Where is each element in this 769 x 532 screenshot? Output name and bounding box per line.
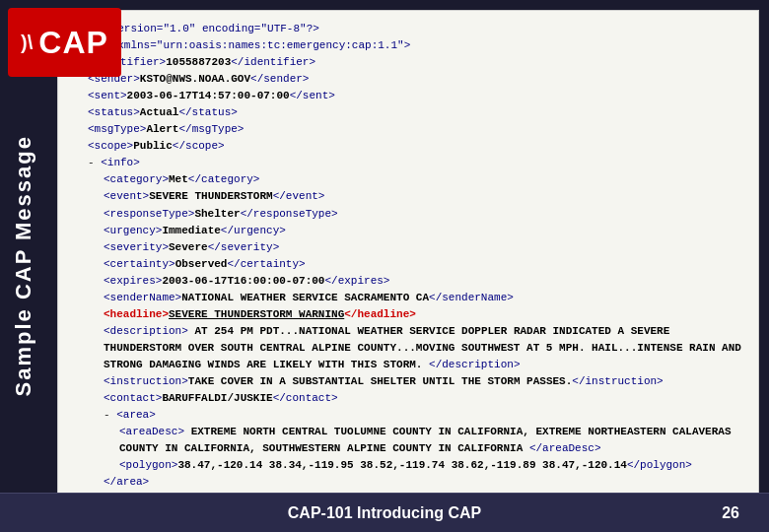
- xml-severity: <severity>Severe</severity>: [104, 239, 744, 256]
- xml-prolog: <?xml version="1.0" encoding="UTF-8"?>: [72, 21, 744, 37]
- xml-certainty: <certainty>Observed</certainty>: [104, 256, 744, 273]
- footer-page: 26: [710, 504, 739, 522]
- xml-event: <event>SEVERE THUNDERSTORM</event>: [104, 188, 744, 205]
- xml-description: <description> AT 254 PM PDT...NATIONAL W…: [104, 323, 744, 373]
- main-content: <?xml version="1.0" encoding="UTF-8"?> <…: [47, 0, 769, 493]
- footer: CAP-101 Introducing CAP 26: [0, 493, 769, 532]
- vertical-label-text: Sample CAP Message: [11, 135, 36, 396]
- xml-info-open: - <info>: [88, 155, 744, 171]
- xml-areadesc: <areaDesc> EXTREME NORTH CENTRAL TUOLUMN…: [119, 424, 744, 457]
- xml-headline: <headline>SEVERE THUNDERSTORM WARNING</h…: [104, 306, 744, 323]
- xml-area-open: - <area>: [104, 407, 744, 424]
- footer-title: CAP-101 Introducing CAP: [59, 504, 710, 522]
- xml-instruction: <instruction>TAKE COVER IN A SUBSTANTIAL…: [104, 373, 744, 390]
- xml-alert-open: <alert xmlns="urn:oasis:names:tc:emergen…: [72, 37, 744, 54]
- xml-sender: <sender>KSTO@NWS.NOAA.GOV</sender>: [88, 71, 744, 88]
- xml-identifier: <identifier>1055887203</identifier>: [88, 54, 744, 71]
- xml-responsetype: <responseType>Shelter</responseType>: [104, 206, 744, 223]
- xml-scope: <scope>Public</scope>: [88, 138, 744, 155]
- xml-category: <category>Met</category>: [104, 171, 744, 188]
- xml-expires: <expires>2003-06-17T16:00:00-07:00</expi…: [104, 273, 744, 290]
- xml-urgency: <urgency>Immediate</urgency>: [104, 223, 744, 239]
- xml-sent: <sent>2003-06-17T14:57:00-07:00</sent>: [88, 88, 744, 104]
- xml-sendername: <senderName>NATIONAL WEATHER SERVICE SAC…: [104, 290, 744, 306]
- antenna-icon: )\: [21, 32, 33, 54]
- slide: )\ CAP Sample CAP Message <?xml version=…: [0, 0, 769, 532]
- xml-display: <?xml version="1.0" encoding="UTF-8"?> <…: [57, 10, 759, 532]
- cap-logo-text: CAP: [38, 25, 108, 61]
- vertical-label: Sample CAP Message: [0, 0, 47, 532]
- cap-logo: )\ CAP: [8, 8, 121, 77]
- xml-msgtype: <msgType>Alert</msgType>: [88, 121, 744, 138]
- xml-area-close: </area>: [104, 474, 744, 491]
- xml-status: <status>Actual</status>: [88, 104, 744, 121]
- xml-polygon: <polygon>38.47,-120.14 38.34,-119.95 38.…: [119, 457, 744, 474]
- xml-contact: <contact>BARUFFALDI/JUSKIE</contact>: [104, 390, 744, 407]
